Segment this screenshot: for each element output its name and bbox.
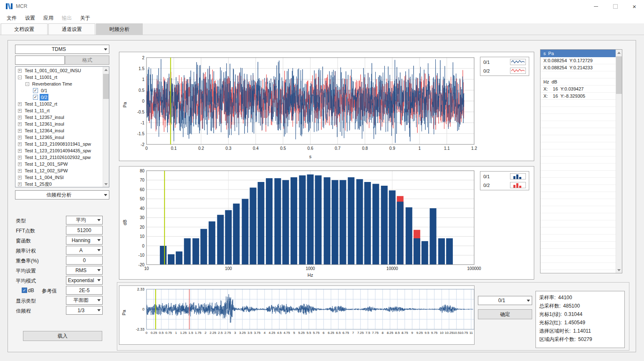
scroll-up-icon[interactable] — [103, 67, 109, 73]
chevron-down-icon[interactable] — [95, 216, 102, 224]
tree-item[interactable]: +Test 1_001_001_002_INSU — [15, 67, 103, 74]
channel-combo[interactable]: 0/1 — [478, 296, 532, 305]
menu-item[interactable]: 关于 — [76, 13, 94, 24]
expand-icon[interactable]: + — [18, 149, 22, 153]
tree-item-label[interactable]: Test 1_123_211026102932_spw — [23, 154, 92, 161]
file-format-combo[interactable]: TDMS — [15, 45, 109, 54]
chevron-down-icon[interactable] — [102, 191, 109, 199]
tree-item[interactable]: ✓0/2 — [15, 94, 103, 101]
legend-row[interactable]: 0/1 — [480, 58, 529, 66]
cursor-row[interactable] — [540, 128, 616, 135]
tree-item-label[interactable]: Test 1_12357_insul — [23, 114, 66, 121]
expand-icon[interactable]: + — [18, 69, 22, 73]
cursor-row[interactable] — [540, 171, 616, 178]
cursor-row[interactable] — [540, 135, 616, 142]
tree-item[interactable]: +Test 1_11_rt — [15, 107, 103, 114]
tree-item[interactable]: +Test 1_12365_insul — [15, 134, 103, 141]
tree-item-label[interactable]: 0/1 — [40, 87, 48, 94]
expand-icon[interactable]: + — [18, 182, 22, 186]
param-input[interactable]: 0 — [66, 256, 103, 265]
cursor-row[interactable] — [540, 114, 616, 121]
cursor-row[interactable]: X: 16 Y:0.039427 — [540, 86, 616, 93]
tree-item-label[interactable]: Test 1_123_210914094435_spw — [23, 147, 92, 154]
expand-icon[interactable]: + — [18, 169, 22, 173]
tree-item[interactable]: +Test 1_11002_rt — [15, 101, 103, 107]
cursor-row[interactable] — [540, 213, 616, 220]
collapse-icon[interactable]: - — [25, 82, 29, 86]
scroll-down-icon[interactable] — [103, 181, 109, 187]
param-combo[interactable]: RMS — [66, 266, 103, 275]
param-input[interactable]: 2E-5 — [66, 286, 103, 295]
tree-item[interactable]: +Test 1_12364_insul — [15, 127, 103, 134]
param-combo[interactable]: A — [66, 246, 103, 255]
cursor-row[interactable]: X: 16 Y:-8.329305 — [540, 93, 616, 100]
cursor-row[interactable] — [540, 227, 616, 235]
cursor-row[interactable] — [540, 71, 616, 78]
legend-row[interactable]: 0/2 — [480, 181, 529, 189]
chevron-down-icon[interactable] — [95, 246, 102, 254]
chevron-down-icon[interactable] — [95, 276, 102, 284]
param-combo[interactable]: 1/3 — [66, 306, 103, 315]
chevron-down-icon[interactable] — [525, 296, 532, 305]
menu-item[interactable]: 应用 — [39, 13, 58, 24]
load-button[interactable]: 载入 — [23, 331, 102, 341]
tree-item[interactable]: -Test 1_11001_rt — [15, 74, 103, 81]
tree-item-label[interactable]: Test 1_11001_rt — [23, 74, 58, 81]
confirm-button[interactable]: 确定 — [478, 309, 532, 319]
cursor-row[interactable] — [540, 107, 616, 114]
db-checkbox[interactable]: ✓ — [22, 288, 27, 293]
tree-scrollbar[interactable] — [103, 67, 109, 187]
tab[interactable]: 时频分析 — [96, 23, 143, 35]
cursor-row[interactable] — [540, 157, 616, 164]
spectrum-chart[interactable]: 80706050403020100-10-2010100100010000100… — [119, 166, 534, 280]
cursor-row[interactable] — [540, 142, 616, 149]
cursor-row[interactable]: X:0.088254 Y:0.214233 — [540, 64, 616, 71]
tree-item[interactable]: +Test 1_123_210914094435_spw — [15, 147, 103, 154]
param-input[interactable]: 51200 — [66, 226, 103, 235]
scrollbar-thumb[interactable] — [616, 56, 622, 94]
legend-row[interactable]: 0/2 — [480, 66, 529, 75]
maximize-button[interactable] — [606, 0, 625, 13]
time-chart-svg[interactable]: 21.510.50-0.5-1-1.5-200.10.20.30.40.50.6… — [119, 52, 534, 161]
tree-item-label[interactable]: Test 1_123_210908101941_spw — [23, 141, 92, 147]
cursor-row[interactable]: Hz dB — [540, 78, 616, 86]
expand-icon[interactable]: + — [18, 122, 22, 126]
cursor-row[interactable]: X:0.088254 Y:0.172729 — [540, 57, 616, 64]
cursor-row[interactable] — [540, 263, 616, 270]
tree-item[interactable]: +Test 1_123_210908101941_spw — [15, 141, 103, 147]
channel-checkbox[interactable]: ✓ — [33, 88, 38, 93]
tree-item-label[interactable]: Test 1_12364_insul — [23, 127, 66, 134]
param-combo[interactable]: 平面图 — [66, 296, 103, 305]
time-chart[interactable]: 21.510.50-0.5-1-1.5-200.10.20.30.40.50.6… — [119, 52, 534, 161]
tree-item-label[interactable]: Test 1_12361_insul — [23, 121, 66, 127]
channel-checkbox[interactable]: ✓ — [33, 95, 38, 100]
expand-icon[interactable]: + — [18, 109, 22, 113]
param-combo[interactable]: 平均 — [66, 216, 103, 225]
expand-icon[interactable]: + — [18, 156, 22, 159]
scrollbar-thumb[interactable] — [103, 74, 109, 99]
scroll-down-icon[interactable] — [616, 267, 622, 273]
tree-item[interactable]: +Test 1_12_002_SPW — [15, 167, 103, 174]
tree-item-label[interactable]: Test 1_11002_rt — [23, 101, 58, 107]
menu-item[interactable]: 文件 — [3, 13, 21, 24]
overview-chart[interactable]: 00.250.50.7511.251.51.7522.252.52.7533.2… — [119, 285, 475, 345]
tree-item-label[interactable]: Test 1_001_001_002_INSU — [23, 67, 82, 74]
chevron-down-icon[interactable] — [95, 306, 102, 314]
tree-item[interactable]: ✓0/1 — [15, 87, 103, 94]
tab[interactable]: 通道设置 — [48, 23, 95, 35]
format-button[interactable]: 格式 — [65, 56, 109, 65]
cursor-row[interactable] — [540, 249, 616, 256]
cursor-row[interactable] — [540, 100, 616, 107]
expand-icon[interactable]: + — [18, 176, 22, 179]
spectrum-chart-svg[interactable]: 80706050403020100-10-2010100100010000100… — [119, 167, 534, 279]
param-combo[interactable]: Exponential — [66, 276, 103, 285]
collapse-icon[interactable]: - — [18, 76, 22, 79]
param-combo[interactable]: Hanning — [66, 236, 103, 245]
analysis-type-combo[interactable]: 倍频程分析 — [15, 190, 109, 199]
cursor-row[interactable] — [540, 199, 616, 206]
overview-chart-svg[interactable]: 00.250.50.7511.251.51.7522.252.52.7533.2… — [119, 286, 474, 344]
cursor-row[interactable] — [540, 185, 616, 192]
tree-item[interactable]: +Test 1_12357_insul — [15, 114, 103, 121]
cursor-panel-scrollbar[interactable] — [616, 50, 622, 273]
cursor-row[interactable] — [540, 164, 616, 171]
